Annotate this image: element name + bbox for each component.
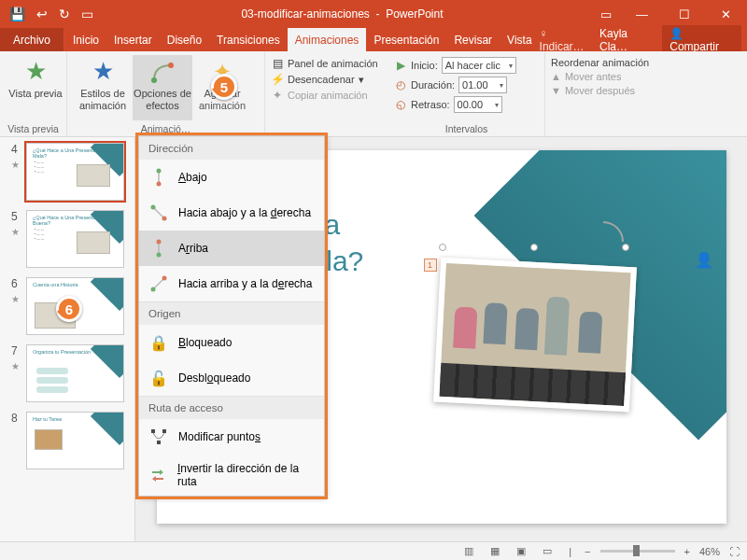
start-show-icon[interactable]: ▭ (81, 7, 93, 21)
tab-transiciones[interactable]: Transiciones (209, 28, 288, 51)
group-animation: Animació… (73, 123, 259, 136)
unlock-icon: 🔓 (148, 368, 169, 388)
start-select[interactable]: Al hacer clic (442, 57, 516, 74)
anim-tag[interactable]: 1 (424, 259, 437, 272)
minimize-icon[interactable]: — (621, 0, 663, 28)
duration-icon: ◴ (394, 78, 407, 91)
copy-animation-button: ✦Copiar animación (271, 89, 383, 102)
zoom-slider[interactable] (600, 550, 675, 553)
group-intervals: Intervalos (394, 123, 539, 136)
line-down-right-icon (148, 203, 169, 223)
dd-item-edit-points[interactable]: Modificar puntos (139, 419, 324, 455)
duration-label: Duración: (411, 79, 455, 91)
animation-pane-button[interactable]: ▤Panel de animación (271, 57, 383, 70)
share-button[interactable]: 👤 Compartir (662, 25, 741, 55)
trigger-icon: ⚡ (271, 73, 284, 86)
thumb-7[interactable]: 7★ Organiza tu Presentación (0, 344, 134, 402)
view-reading-icon[interactable]: ▣ (513, 545, 529, 558)
preview-button[interactable]: ★ Vista previa (6, 55, 65, 120)
dd-item-locked[interactable]: 🔒 Bloqueado (139, 325, 324, 360)
zoom-out-button[interactable]: − (585, 546, 590, 557)
zoom-in-button[interactable]: + (684, 546, 690, 557)
effect-options-menu[interactable]: Dirección Abajo Hacia abajo y a la derec… (138, 135, 325, 497)
slide-image[interactable] (433, 258, 637, 413)
dd-item-unlocked[interactable]: 🔓 Desbloqueado (139, 360, 324, 396)
svg-rect-15 (162, 429, 166, 433)
dd-item-up[interactable]: Arriba (139, 231, 324, 266)
view-sorter-icon[interactable]: ▦ (486, 545, 503, 558)
edit-points-icon (148, 427, 169, 447)
svg-rect-14 (151, 429, 155, 433)
delay-input[interactable]: 00.00 (454, 96, 502, 113)
view-normal-icon[interactable]: ▥ (460, 545, 477, 558)
effect-options-icon (148, 59, 177, 85)
trigger-button[interactable]: ⚡Desencadenar ▾ (271, 73, 383, 86)
callout-6: 6 (56, 296, 82, 322)
group-preview: Vista previa (6, 123, 61, 136)
tab-presentacion[interactable]: Presentación (366, 28, 446, 51)
paint-icon: ✦ (271, 89, 284, 102)
start-icon: ▶ (394, 59, 407, 72)
delay-icon: ◵ (394, 98, 407, 111)
reorder-title: Reordenar animación (551, 57, 741, 68)
svg-point-7 (162, 217, 167, 221)
dd-item-down-right[interactable]: Hacia abajo y a la derecha (139, 195, 324, 231)
tab-revisar[interactable]: Revisar (446, 28, 500, 51)
ribbon-opts-icon[interactable]: ▭ (591, 0, 621, 28)
dd-section-path: Ruta de acceso (139, 396, 324, 419)
thumb-8[interactable]: 8 Haz tu Tarea (0, 412, 134, 469)
close-icon[interactable]: ✕ (705, 0, 747, 28)
slide-thumbnails[interactable]: 4★ ¿Qué Hace a Una Presentación Mala?• —… (0, 137, 135, 541)
svg-point-3 (157, 169, 162, 174)
zoom-value: 46% (699, 546, 720, 557)
start-label: Inicio: (411, 60, 438, 71)
lock-icon: 🔒 (148, 332, 169, 353)
svg-point-1 (168, 63, 174, 68)
svg-point-10 (157, 240, 162, 245)
animation-styles-button[interactable]: ★ Estilos de animación (73, 55, 133, 120)
maximize-icon[interactable]: ☐ (663, 0, 705, 28)
tab-vista[interactable]: Vista (500, 28, 539, 51)
callout-5: 5 (211, 74, 237, 100)
dd-section-origin: Origen (139, 301, 324, 325)
fit-window-icon[interactable]: ⛶ (729, 546, 740, 557)
preview-icon: ★ (25, 57, 47, 86)
window-title: 03-modificar-animaciones - PowerPoint (93, 7, 591, 21)
tab-file[interactable]: Archivo (0, 28, 63, 51)
svg-point-13 (162, 276, 167, 281)
svg-rect-16 (157, 441, 161, 444)
svg-point-9 (157, 253, 162, 258)
svg-point-12 (151, 287, 156, 292)
svg-point-0 (151, 77, 157, 83)
dd-section-direction: Dirección (139, 136, 324, 160)
duration-input[interactable]: 01.00 (458, 77, 507, 93)
dd-item-up-right[interactable]: Hacia arriba y a la derecha (139, 266, 324, 301)
line-up-right-icon (148, 273, 169, 294)
line-down-icon (148, 167, 169, 188)
move-before-button: ▲ Mover antes (551, 71, 741, 82)
tab-insertar[interactable]: Insertar (106, 28, 160, 51)
effect-options-button[interactable]: Opciones de efectos (133, 55, 192, 120)
tab-diseno[interactable]: Diseño (160, 28, 209, 51)
pane-icon: ▤ (271, 57, 284, 70)
user-name[interactable]: Kayla Cla… (599, 27, 656, 53)
view-slideshow-icon[interactable]: ▭ (539, 545, 556, 558)
svg-point-6 (151, 205, 156, 210)
reverse-path-icon (148, 465, 168, 485)
thumb-5[interactable]: 5★ ¿Qué Hace a Una Presentación Buena?• … (0, 210, 134, 268)
undo-icon[interactable]: ↩ (36, 7, 48, 21)
redo-icon[interactable]: ↻ (59, 7, 70, 21)
svg-point-4 (157, 182, 162, 187)
person-marker-icon: 👤 (695, 251, 713, 269)
tab-inicio[interactable]: Inicio (65, 28, 106, 51)
dd-item-reverse[interactable]: Invertir la dirección de la ruta (139, 455, 324, 496)
save-icon[interactable]: 💾 (9, 7, 25, 21)
dd-item-down[interactable]: Abajo (139, 160, 324, 195)
move-after-button: ▼ Mover después (551, 85, 741, 96)
thumb-4[interactable]: 4★ ¿Qué Hace a Una Presentación Mala?• —… (0, 143, 134, 201)
tab-animaciones[interactable]: Animaciones (288, 28, 367, 51)
delay-label: Retraso: (411, 99, 450, 110)
star-icon: ★ (92, 57, 114, 86)
svg-line-5 (153, 207, 164, 218)
tell-me[interactable]: ♀ Indicar… (540, 27, 594, 53)
